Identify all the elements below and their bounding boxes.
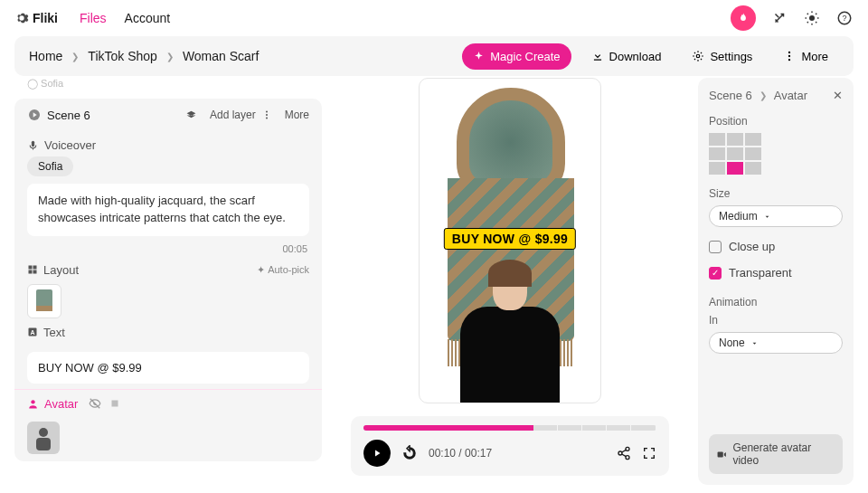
closeup-checkbox[interactable]: Close up	[709, 240, 843, 253]
svg-point-32	[626, 447, 629, 450]
nav-files[interactable]: Files	[80, 11, 107, 25]
scarf-thumb-icon	[33, 288, 56, 315]
scene-more-button[interactable]: More	[261, 109, 309, 121]
help-button[interactable]: ?	[835, 9, 854, 27]
chevron-down-icon	[750, 339, 759, 347]
svg-rect-37	[718, 451, 723, 457]
duration-label: 00:05	[14, 242, 322, 256]
svg-text:?: ?	[842, 14, 846, 23]
help-icon: ?	[836, 10, 853, 26]
svg-line-36	[622, 454, 627, 457]
auto-pick-button[interactable]: ✦ Auto-pick	[257, 264, 309, 276]
app-name: Fliki	[33, 11, 58, 25]
svg-rect-20	[29, 266, 33, 270]
layers-icon	[185, 109, 197, 121]
svg-rect-29	[112, 401, 118, 407]
svg-point-14	[788, 59, 790, 61]
text-icon: A	[27, 327, 38, 337]
mic-icon	[27, 139, 39, 151]
avatar-section[interactable]: Avatar	[14, 389, 322, 418]
pos-bc[interactable]	[727, 162, 743, 175]
timeline[interactable]	[363, 425, 656, 431]
transparent-checkbox[interactable]: ✓ Transparent	[709, 266, 843, 280]
chevron-right-icon: ❯	[71, 52, 79, 62]
nav-account[interactable]: Account	[125, 11, 171, 25]
pos-ml[interactable]	[709, 147, 725, 160]
animation-label: Animation	[709, 296, 843, 308]
replay-icon[interactable]	[401, 445, 418, 461]
avatar-thumb-icon	[33, 425, 54, 450]
previous-scene-peek: ◯ Sofia	[14, 78, 322, 90]
more-button[interactable]: More	[772, 43, 839, 70]
svg-rect-31	[36, 438, 51, 450]
chevron-right-icon: ❯	[760, 90, 767, 100]
breadcrumb-file[interactable]: Woman Scarf	[183, 49, 259, 63]
generate-avatar-button[interactable]: Generate avatar video	[709, 434, 843, 474]
breadcrumb-folder[interactable]: TikTok Shop	[88, 49, 157, 63]
text-section[interactable]: A Text	[14, 318, 322, 346]
svg-point-17	[266, 114, 268, 116]
gear-icon	[14, 11, 29, 25]
pos-tl[interactable]	[709, 133, 725, 146]
share-icon[interactable]	[617, 446, 631, 460]
avatar-thumbnail[interactable]	[27, 422, 60, 454]
animation-in-dropdown[interactable]: None	[709, 332, 843, 354]
pos-tr[interactable]	[745, 133, 761, 146]
pos-br[interactable]	[745, 162, 761, 175]
svg-point-34	[626, 456, 629, 460]
delete-icon[interactable]	[108, 397, 121, 410]
svg-point-13	[788, 55, 790, 57]
download-icon	[591, 50, 604, 62]
fullscreen-icon[interactable]	[642, 446, 656, 460]
svg-line-5	[807, 14, 808, 14]
panel-scene: Scene 6	[709, 89, 752, 102]
settings-button[interactable]: Settings	[681, 43, 763, 70]
svg-rect-25	[36, 306, 52, 311]
scene-card: Scene 6 Add layer More Voiceover Sofia M…	[14, 99, 322, 461]
eye-off-icon[interactable]	[89, 397, 101, 410]
credits-button[interactable]	[731, 5, 756, 31]
svg-text:A: A	[30, 329, 34, 336]
video-preview[interactable]: BUY NOW @ $9.99	[419, 78, 601, 403]
breadcrumb-home[interactable]: Home	[29, 49, 62, 63]
chevron-down-icon	[763, 213, 771, 221]
position-grid	[709, 133, 843, 175]
download-button[interactable]: Download	[580, 43, 673, 70]
more-vertical-icon	[783, 50, 796, 62]
person-icon	[27, 398, 39, 410]
play-icon	[372, 448, 382, 459]
tools-icon	[771, 10, 788, 26]
svg-point-28	[31, 400, 34, 403]
overlay-text-input[interactable]: BUY NOW @ $9.99	[27, 352, 309, 384]
app-logo[interactable]: Fliki	[14, 11, 58, 25]
pos-mr[interactable]	[745, 147, 761, 160]
animation-in-label: In	[709, 314, 843, 327]
svg-rect-19	[32, 141, 34, 147]
voice-chip[interactable]: Sofia	[27, 156, 73, 176]
svg-point-0	[809, 15, 815, 21]
tools-button[interactable]	[770, 9, 788, 27]
close-panel-button[interactable]: ✕	[833, 89, 843, 102]
layout-icon	[27, 264, 38, 275]
overlay-text: BUY NOW @ $9.99	[444, 228, 576, 250]
play-circle-icon[interactable]	[27, 108, 42, 122]
pos-mc[interactable]	[727, 147, 743, 160]
magic-create-button[interactable]: Magic Create	[462, 43, 571, 70]
voiceover-section[interactable]: Voiceover	[14, 131, 322, 159]
play-button[interactable]	[363, 440, 391, 467]
pos-bl[interactable]	[709, 162, 725, 175]
pos-tc[interactable]	[727, 133, 743, 146]
svg-point-33	[618, 451, 622, 455]
size-dropdown[interactable]: Medium	[709, 205, 843, 227]
svg-rect-21	[33, 266, 37, 270]
layout-section[interactable]: Layout ✦ Auto-pick	[14, 256, 322, 284]
svg-point-18	[266, 118, 268, 119]
fire-icon	[737, 12, 750, 24]
svg-point-11	[697, 54, 701, 58]
svg-line-7	[807, 22, 808, 23]
theme-button[interactable]	[803, 9, 821, 27]
voiceover-text-input[interactable]: Made with high-quality jacquard, the sca…	[27, 184, 309, 236]
layout-thumbnail[interactable]	[27, 284, 61, 318]
svg-point-12	[788, 52, 790, 53]
add-layer-button[interactable]: Add layer	[185, 109, 256, 121]
